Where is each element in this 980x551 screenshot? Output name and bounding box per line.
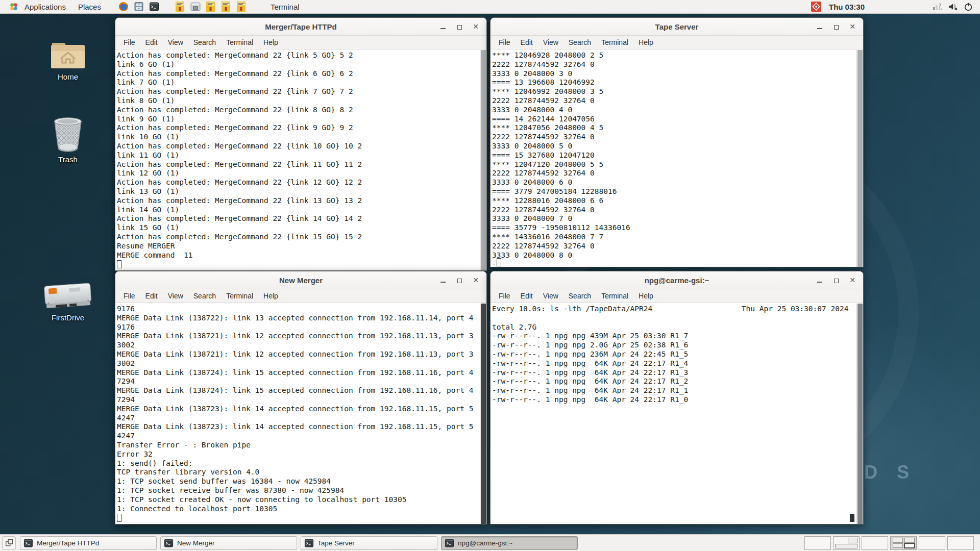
menu-item[interactable]: Search: [564, 38, 596, 46]
midas-icon[interactable]: [175, 2, 185, 12]
taskbar-window-button[interactable]: Merger/Tape HTTPd: [20, 536, 157, 550]
workspace-cell-3[interactable]: [862, 536, 888, 550]
maximize-button[interactable]: [833, 277, 839, 283]
terminal-icon[interactable]: [149, 2, 159, 12]
taskbar-window-button[interactable]: New Merger: [160, 536, 297, 550]
scrollbar[interactable]: [480, 50, 486, 270]
firefox-icon[interactable]: [118, 2, 129, 12]
close-button[interactable]: ✕: [849, 277, 855, 283]
volume-muted-icon[interactable]: [947, 2, 959, 12]
workspace-cell-6[interactable]: [947, 536, 974, 550]
screenshot-tool-icon[interactable]: [190, 2, 201, 12]
network-icon[interactable]: ?: [932, 2, 943, 12]
terminal-text: **** 12046928 2048000 2 5 2222 127874459…: [491, 50, 863, 267]
workspace-switcher: [804, 536, 974, 550]
window-title: New Merger: [115, 276, 486, 285]
menu-item[interactable]: Search: [188, 38, 221, 46]
titlebar[interactable]: Tape Server ✕: [491, 18, 863, 36]
taskbar-button-label: New Merger: [177, 539, 215, 547]
panel-clock[interactable]: Thu 03:30: [829, 3, 865, 11]
file-manager-icon[interactable]: [134, 2, 144, 12]
menu-item[interactable]: View: [163, 292, 188, 300]
taskbar-window-button[interactable]: Tape Server: [301, 536, 437, 550]
power-icon[interactable]: [963, 2, 974, 12]
workspace-cell-5[interactable]: [919, 536, 945, 550]
menu-item[interactable]: View: [538, 292, 564, 300]
terminal-text: Action has completed: MergeCommand 22 {l…: [115, 50, 486, 260]
menu-item[interactable]: Help: [258, 292, 283, 300]
menu-item[interactable]: Help: [258, 38, 283, 46]
maximize-button[interactable]: [456, 23, 462, 30]
midas-icon[interactable]: [221, 2, 231, 12]
desktop-icon-home[interactable]: Home: [35, 37, 101, 81]
midas-icon[interactable]: [236, 2, 247, 12]
menu-item[interactable]: View: [163, 38, 188, 46]
close-button[interactable]: ✕: [849, 23, 855, 30]
titlebar[interactable]: npg@carme-gsi:~ ✕: [491, 271, 863, 289]
minimize-button[interactable]: [817, 23, 823, 30]
desktop-icon-label: Home: [35, 72, 101, 81]
terminal-output-area[interactable]: Every 10.0s: ls -lth /TapeData/APR24 Thu…: [491, 304, 863, 524]
maximize-button[interactable]: [456, 277, 462, 283]
taskbar-button-label: Merger/Tape HTTPd: [37, 539, 99, 547]
terminal-output-area[interactable]: Action has completed: MergeCommand 22 {l…: [115, 50, 486, 270]
menu-item[interactable]: Help: [633, 38, 658, 46]
window-merger-httpd: Merger/Tape HTTPd ✕ FileEditViewSearchTe…: [115, 17, 487, 271]
minimize-button[interactable]: [440, 23, 446, 30]
titlebar[interactable]: Merger/Tape HTTPd ✕: [115, 18, 486, 36]
places-menu[interactable]: Places: [72, 0, 107, 13]
menubar: FileEditViewSearchTerminalHelp: [491, 289, 863, 303]
menu-item[interactable]: File: [118, 292, 140, 300]
menu-item[interactable]: Terminal: [221, 38, 258, 46]
terminal-output-area[interactable]: **** 12046928 2048000 2 5 2222 127874459…: [491, 50, 863, 267]
applications-menu[interactable]: Applications: [0, 0, 72, 13]
scrollbar[interactable]: [856, 50, 863, 267]
show-desktop-button[interactable]: [2, 536, 16, 550]
scrollbar[interactable]: [480, 304, 486, 524]
menu-item[interactable]: View: [538, 38, 564, 46]
applications-icon: [9, 2, 19, 12]
desktop-icon-label: Trash: [35, 155, 101, 164]
maximize-button[interactable]: [833, 23, 839, 30]
minimize-button[interactable]: [817, 277, 823, 283]
taskbar-button-label: Tape Server: [317, 539, 355, 547]
desktop-root: { "top_panel": { "applications_label": "…: [0, 0, 980, 551]
workspace-cell-2[interactable]: [833, 536, 860, 550]
minimize-button[interactable]: [440, 277, 446, 283]
menu-item[interactable]: Search: [564, 292, 596, 300]
midas-icon[interactable]: [206, 2, 216, 12]
menu-item[interactable]: Help: [633, 292, 658, 300]
menu-item[interactable]: Terminal: [221, 292, 258, 300]
menu-item[interactable]: File: [494, 292, 516, 300]
menu-item[interactable]: Terminal: [596, 292, 633, 300]
menu-item[interactable]: Terminal: [596, 38, 633, 46]
menu-item[interactable]: Edit: [140, 38, 163, 46]
terminal-output-area[interactable]: 9176 MERGE Data Link (138722): link 13 a…: [115, 304, 486, 524]
titlebar[interactable]: New Merger ✕: [115, 271, 486, 289]
menu-item[interactable]: Search: [188, 292, 221, 300]
menu-item[interactable]: File: [118, 38, 140, 46]
hard-drive-icon: [30, 282, 106, 311]
workspace-cell-4-active[interactable]: [890, 536, 917, 550]
desktop-icon-firstdrive[interactable]: FirstDrive: [30, 282, 106, 322]
taskbar-window-button[interactable]: npg@carme-gsi:~: [441, 536, 578, 550]
menu-item[interactable]: File: [494, 38, 516, 46]
window-title: Tape Server: [491, 22, 863, 31]
close-button[interactable]: ✕: [473, 23, 479, 30]
close-button[interactable]: ✕: [473, 277, 479, 283]
menu-item[interactable]: Edit: [140, 292, 163, 300]
desktop-icon-trash[interactable]: Trash: [35, 116, 101, 164]
window-title: Merger/Tape HTTPd: [115, 22, 486, 31]
window-title: npg@carme-gsi:~: [491, 276, 863, 285]
workspace-cell-1[interactable]: [804, 536, 831, 550]
menu-item[interactable]: Edit: [516, 292, 538, 300]
terminal-cursor: [117, 260, 121, 268]
terminal-cursor: [117, 514, 121, 522]
menu-item[interactable]: Edit: [516, 38, 538, 46]
window-new-merger: New Merger ✕ FileEditViewSearchTerminalH…: [115, 271, 487, 524]
menubar: FileEditViewSearchTerminalHelp: [115, 289, 486, 303]
notification-icon[interactable]: [811, 2, 822, 12]
terminal-launcher-label[interactable]: Terminal: [271, 3, 300, 11]
scrollbar[interactable]: [856, 304, 863, 524]
terminal-text: 9176 MERGE Data Link (138722): link 13 a…: [115, 304, 486, 513]
